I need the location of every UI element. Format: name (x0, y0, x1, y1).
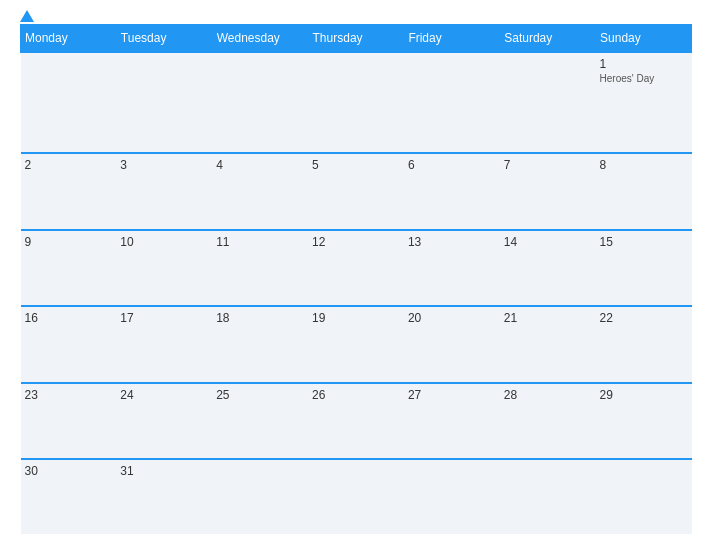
calendar-cell (500, 52, 596, 153)
calendar-cell (308, 52, 404, 153)
calendar-cell: 19 (308, 306, 404, 383)
day-number: 24 (120, 388, 208, 402)
day-number: 11 (216, 235, 304, 249)
calendar-table: MondayTuesdayWednesdayThursdayFridaySatu… (20, 24, 692, 534)
calendar-cell: 26 (308, 383, 404, 460)
day-number: 8 (600, 158, 688, 172)
day-number: 27 (408, 388, 496, 402)
calendar-cell: 25 (212, 383, 308, 460)
day-number: 20 (408, 311, 496, 325)
calendar-cell: 14 (500, 230, 596, 307)
calendar-cell: 16 (21, 306, 117, 383)
logo (20, 10, 36, 22)
calendar-cell: 24 (116, 383, 212, 460)
weekday-tuesday: Tuesday (116, 25, 212, 53)
weekday-thursday: Thursday (308, 25, 404, 53)
calendar-header: MondayTuesdayWednesdayThursdayFridaySatu… (21, 25, 692, 53)
calendar-cell (500, 459, 596, 534)
calendar-cell: 7 (500, 153, 596, 230)
calendar-cell: 11 (212, 230, 308, 307)
calendar-cell: 18 (212, 306, 308, 383)
calendar-cell: 15 (596, 230, 692, 307)
weekday-saturday: Saturday (500, 25, 596, 53)
calendar-cell (21, 52, 117, 153)
calendar-cell: 17 (116, 306, 212, 383)
calendar-week-3: 16171819202122 (21, 306, 692, 383)
calendar-cell (212, 459, 308, 534)
logo-blue-text (20, 10, 36, 22)
day-number: 5 (312, 158, 400, 172)
calendar-cell: 13 (404, 230, 500, 307)
calendar-week-0: 1Heroes' Day (21, 52, 692, 153)
day-number: 19 (312, 311, 400, 325)
calendar-cell: 8 (596, 153, 692, 230)
day-number: 23 (25, 388, 113, 402)
calendar-cell: 9 (21, 230, 117, 307)
day-number: 14 (504, 235, 592, 249)
day-number: 28 (504, 388, 592, 402)
calendar-cell (596, 459, 692, 534)
calendar-cell (404, 459, 500, 534)
calendar-cell (212, 52, 308, 153)
calendar-body: 1Heroes' Day2345678910111213141516171819… (21, 52, 692, 534)
calendar-cell: 2 (21, 153, 117, 230)
day-number: 26 (312, 388, 400, 402)
calendar-cell (308, 459, 404, 534)
day-number: 16 (25, 311, 113, 325)
weekday-sunday: Sunday (596, 25, 692, 53)
weekday-monday: Monday (21, 25, 117, 53)
day-number: 31 (120, 464, 208, 478)
calendar-week-1: 2345678 (21, 153, 692, 230)
calendar-week-5: 3031 (21, 459, 692, 534)
calendar-cell: 30 (21, 459, 117, 534)
day-number: 13 (408, 235, 496, 249)
calendar-cell: 3 (116, 153, 212, 230)
day-number: 17 (120, 311, 208, 325)
day-number: 18 (216, 311, 304, 325)
calendar-cell: 28 (500, 383, 596, 460)
calendar-cell: 22 (596, 306, 692, 383)
day-number: 7 (504, 158, 592, 172)
weekday-header-row: MondayTuesdayWednesdayThursdayFridaySatu… (21, 25, 692, 53)
calendar-cell: 10 (116, 230, 212, 307)
day-number: 9 (25, 235, 113, 249)
day-number: 10 (120, 235, 208, 249)
calendar-week-2: 9101112131415 (21, 230, 692, 307)
day-number: 21 (504, 311, 592, 325)
calendar-cell: 5 (308, 153, 404, 230)
day-number: 2 (25, 158, 113, 172)
holiday-label: Heroes' Day (600, 73, 688, 84)
calendar-cell (404, 52, 500, 153)
day-number: 12 (312, 235, 400, 249)
calendar-cell (116, 52, 212, 153)
day-number: 6 (408, 158, 496, 172)
calendar-cell: 12 (308, 230, 404, 307)
day-number: 22 (600, 311, 688, 325)
calendar-cell: 29 (596, 383, 692, 460)
day-number: 29 (600, 388, 688, 402)
calendar-cell: 6 (404, 153, 500, 230)
day-number: 3 (120, 158, 208, 172)
day-number: 25 (216, 388, 304, 402)
calendar-week-4: 23242526272829 (21, 383, 692, 460)
calendar-cell: 31 (116, 459, 212, 534)
day-number: 1 (600, 57, 688, 71)
day-number: 30 (25, 464, 113, 478)
weekday-friday: Friday (404, 25, 500, 53)
calendar-cell: 1Heroes' Day (596, 52, 692, 153)
weekday-wednesday: Wednesday (212, 25, 308, 53)
calendar-cell: 27 (404, 383, 500, 460)
day-number: 15 (600, 235, 688, 249)
calendar-cell: 4 (212, 153, 308, 230)
calendar-cell: 21 (500, 306, 596, 383)
day-number: 4 (216, 158, 304, 172)
calendar-cell: 20 (404, 306, 500, 383)
calendar-cell: 23 (21, 383, 117, 460)
